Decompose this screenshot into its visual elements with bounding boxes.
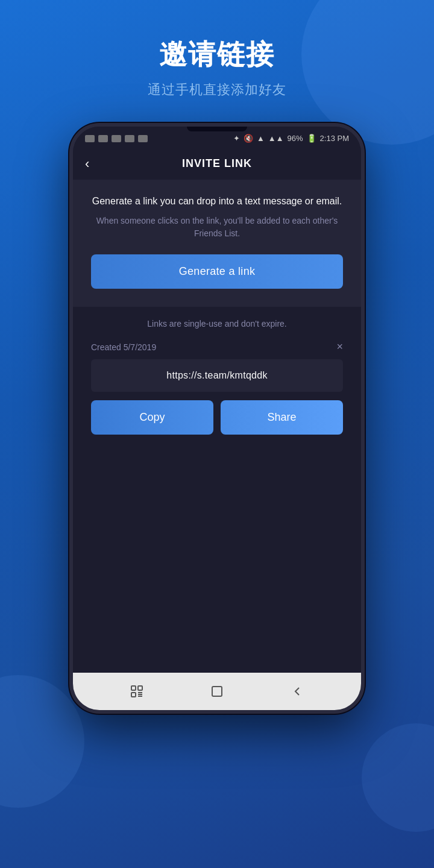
mute-icon: 🔇	[244, 134, 253, 143]
svg-rect-1	[131, 693, 136, 697]
sub-title: 通过手机直接添加好友	[148, 81, 286, 99]
nav-home-button[interactable]	[208, 682, 226, 700]
link-created-date: Created 5/7/2019	[91, 342, 156, 352]
back-button[interactable]: ‹	[85, 156, 89, 172]
info-section: Links are single-use and don't expire.	[73, 307, 361, 335]
notification-icon-2	[98, 135, 108, 142]
link-actions: Copy Share	[91, 400, 343, 435]
top-section: 邀请链接 通过手机直接添加好友	[148, 36, 286, 99]
link-close-button[interactable]: ×	[336, 341, 343, 353]
app-content: Generate a link you can drop into a text…	[73, 180, 361, 673]
battery-percent: 96%	[288, 134, 303, 143]
page-title: INVITE LINK	[182, 157, 252, 170]
nav-back-button[interactable]	[288, 682, 306, 700]
card-description: Generate a link you can drop into a text…	[91, 194, 343, 209]
copy-button[interactable]: Copy	[91, 400, 213, 435]
bluetooth-icon: ✦	[233, 134, 240, 143]
svg-rect-6	[212, 687, 222, 696]
notification-icon-1	[85, 135, 95, 142]
clock: 2:13 PM	[320, 134, 349, 143]
svg-rect-0	[131, 686, 136, 690]
phone-navigation	[73, 673, 361, 710]
notification-icon-4	[125, 135, 134, 142]
phone-notch	[187, 127, 247, 131]
svg-rect-2	[138, 686, 142, 690]
phone-mockup: ✦ 🔇 ▲ ▲▲ 96% 🔋 2:13 PM ‹ INVITE LINK Gen…	[69, 123, 365, 714]
signal-icon: ▲▲	[268, 134, 284, 143]
notification-icon-3	[112, 135, 121, 142]
share-button[interactable]: Share	[221, 400, 343, 435]
link-url-text: https://s.team/kmtqddk	[166, 370, 268, 380]
main-title: 邀请链接	[148, 36, 286, 74]
status-right-info: ✦ 🔇 ▲ ▲▲ 96% 🔋 2:13 PM	[233, 134, 349, 143]
card-sub-description: When someone clicks on the link, you'll …	[91, 215, 343, 240]
back-arrow-icon	[290, 684, 304, 699]
link-url-box: https://s.team/kmtqddk	[91, 359, 343, 392]
link-header: Created 5/7/2019 ×	[91, 341, 343, 353]
link-section: Created 5/7/2019 × https://s.team/kmtqdd…	[73, 335, 361, 435]
bg-decoration-bottom-right	[362, 723, 434, 832]
home-icon	[210, 684, 224, 699]
wifi-icon: ▲	[257, 134, 265, 143]
generate-link-button[interactable]: Generate a link	[91, 254, 343, 289]
battery-icon: 🔋	[307, 134, 316, 143]
recent-apps-icon	[130, 684, 144, 699]
status-left-icons	[85, 135, 148, 142]
nav-recent-button[interactable]	[128, 682, 146, 700]
generate-link-card: Generate a link you can drop into a text…	[73, 180, 361, 307]
notification-icon-5	[138, 135, 148, 142]
single-use-info: Links are single-use and don't expire.	[91, 319, 343, 329]
phone-body: ✦ 🔇 ▲ ▲▲ 96% 🔋 2:13 PM ‹ INVITE LINK Gen…	[69, 123, 365, 714]
app-header: ‹ INVITE LINK	[73, 148, 361, 180]
